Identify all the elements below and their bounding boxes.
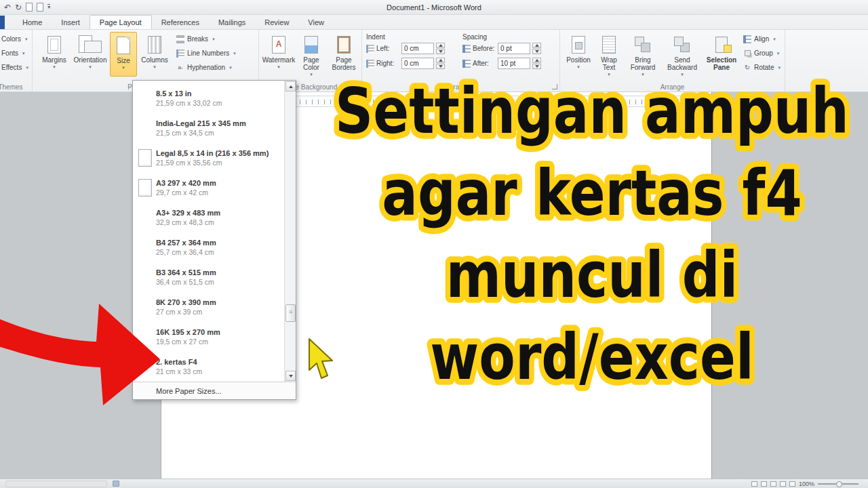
spacing-before-input[interactable]	[498, 43, 530, 54]
line-numbers-icon	[176, 49, 184, 58]
zoom-level[interactable]: 100%	[799, 481, 814, 487]
paper-size-name: A3 297 x 420 mm	[156, 178, 216, 188]
spacing-after-icon	[462, 60, 471, 68]
paper-size-option[interactable]: Legal 8,5 x 14 in (216 x 356 mm) 21,59 c…	[133, 143, 296, 173]
caption-line-3: muncul di	[446, 239, 738, 312]
margins-icon	[47, 36, 61, 54]
margins-button[interactable]: Margins	[38, 32, 71, 70]
indent-left-input[interactable]	[401, 43, 434, 54]
page-borders-button[interactable]: Page Borders	[327, 32, 361, 71]
columns-button[interactable]: Columns	[137, 32, 172, 70]
scrollbar-thumb[interactable]	[285, 304, 296, 322]
fullscreen-view-icon[interactable]	[761, 481, 767, 487]
paper-size-option[interactable]: B4 257 x 364 mm 25,7 cm x 36,4 cm	[133, 232, 296, 262]
scroll-down-icon[interactable]	[285, 371, 296, 381]
align-button[interactable]: Align	[743, 32, 781, 46]
red-arrow-annotation	[0, 291, 170, 413]
paper-size-dimensions: 21,5 cm x 34,5 cm	[156, 128, 246, 138]
watermark-icon	[272, 36, 285, 54]
web-layout-view-icon[interactable]	[770, 481, 776, 487]
breaks-icon	[176, 35, 184, 43]
paper-size-name: B4 257 x 364 mm	[156, 238, 216, 247]
taskbar-app-icon[interactable]	[113, 481, 119, 487]
paper-icon	[138, 149, 152, 167]
indent-left-stepper[interactable]	[436, 43, 445, 54]
paper-icon	[138, 179, 152, 197]
caption-line-2: agar kertas f4	[382, 157, 802, 230]
paper-size-option[interactable]: 8.5 x 13 in 21,59 cm x 33,02 cm	[133, 83, 296, 113]
group-label-themes: Themes	[0, 83, 32, 91]
selection-pane-button[interactable]: Selection Pane	[703, 32, 741, 71]
fonts-button[interactable]: Fonts	[0, 46, 25, 60]
size-button[interactable]: Size	[110, 32, 137, 77]
paper-size-option[interactable]: A3 297 x 420 mm 29,7 cm x 42 cm	[133, 173, 296, 203]
page-color-icon	[304, 36, 318, 54]
effects-button[interactable]: Effects	[0, 60, 28, 75]
draft-view-icon[interactable]	[789, 481, 795, 487]
page-borders-icon	[337, 36, 351, 54]
hyphenation-button[interactable]: Hyphenation	[176, 60, 236, 75]
paper-size-dimensions: 25,7 cm x 36,4 cm	[156, 247, 216, 257]
mouse-cursor-icon	[305, 338, 338, 382]
paper-size-name: India-Legal 215 x 345 mm	[156, 119, 246, 128]
tab-insert[interactable]: Insert	[52, 16, 90, 29]
tab-home[interactable]: Home	[13, 16, 52, 29]
video-caption-overlay: Settingan ampuh agar kertas f4 muncul di…	[324, 68, 860, 396]
paper-size-dimensions: 29,7 cm x 42 cm	[156, 188, 216, 197]
indent-header: Indent	[366, 33, 458, 41]
dropdown-scrollbar[interactable]	[284, 81, 296, 382]
bring-forward-icon	[635, 37, 651, 53]
tab-page-layout[interactable]: Page Layout	[90, 15, 152, 29]
group-icon	[745, 50, 751, 56]
line-numbers-button[interactable]: Line Numbers	[176, 46, 236, 60]
spacing-before-stepper[interactable]	[532, 43, 541, 54]
paper-size-dimensions: 36,4 cm x 51,5 cm	[156, 277, 216, 287]
page-color-button[interactable]: Page Color	[296, 32, 327, 77]
ribbon-tabs: Home Insert Page Layout References Maili…	[0, 15, 868, 30]
tab-mailings[interactable]: Mailings	[209, 16, 255, 29]
spacing-header: Spacing	[462, 33, 555, 41]
taskbar-window-button[interactable]	[5, 481, 107, 487]
send-backward-icon	[674, 37, 690, 53]
tab-view[interactable]: View	[298, 16, 334, 29]
file-tab-sliver[interactable]	[0, 16, 5, 29]
outline-view-icon[interactable]	[780, 481, 786, 487]
paper-size-option[interactable]: B3 364 x 515 mm 36,4 cm x 51,5 cm	[133, 262, 296, 292]
caption-line-1: Settingan ampuh	[335, 75, 849, 148]
align-icon	[743, 35, 751, 43]
print-layout-view-icon[interactable]	[751, 481, 757, 487]
tab-review[interactable]: Review	[255, 16, 298, 29]
paper-size-dimensions: 21,59 cm x 33,02 cm	[156, 98, 222, 108]
tab-references[interactable]: References	[152, 16, 209, 29]
position-icon	[572, 36, 585, 54]
colors-button[interactable]: Colors	[0, 32, 27, 46]
columns-icon	[148, 36, 161, 54]
group-themes: Colors Fonts Effects Themes	[0, 30, 33, 92]
status-bar: 100%	[0, 479, 868, 488]
scroll-up-icon[interactable]	[285, 81, 296, 92]
zoom-slider[interactable]	[818, 483, 859, 485]
hyphenation-icon	[176, 64, 184, 72]
window-title: Document1 - Microsoft Word	[0, 3, 868, 12]
paper-size-dimensions: 21,59 cm x 35,56 cm	[156, 158, 269, 167]
indent-left-icon	[366, 45, 374, 53]
spacing-before-icon	[462, 45, 471, 53]
wrap-text-icon	[602, 36, 616, 54]
paper-size-name: B3 364 x 515 mm	[156, 268, 216, 277]
orientation-button[interactable]: Orientation	[71, 32, 110, 70]
selection-pane-icon	[715, 37, 728, 53]
orientation-icon	[79, 35, 102, 54]
paper-size-name: Legal 8,5 x 14 in (216 x 356 mm)	[156, 148, 269, 158]
group-button[interactable]: Group	[743, 46, 781, 60]
paper-size-name: 8.5 x 13 in	[156, 89, 222, 98]
breaks-button[interactable]: Breaks	[176, 32, 236, 46]
paper-size-option[interactable]: India-Legal 215 x 345 mm 21,5 cm x 34,5 …	[133, 113, 296, 143]
indent-right-icon	[366, 60, 374, 68]
paper-size-dimensions: 32,9 cm x 48,3 cm	[156, 218, 220, 227]
caption-line-4: word/excel	[430, 321, 753, 394]
paper-size-option[interactable]: A3+ 329 x 483 mm 32,9 cm x 48,3 cm	[133, 203, 296, 232]
watermark-button[interactable]: Watermark	[262, 32, 296, 70]
word-window: ↶ ↻ ▾ Document1 - Microsoft Word Home In…	[0, 0, 868, 488]
position-button[interactable]: Position	[563, 32, 594, 70]
size-icon	[117, 37, 130, 54]
